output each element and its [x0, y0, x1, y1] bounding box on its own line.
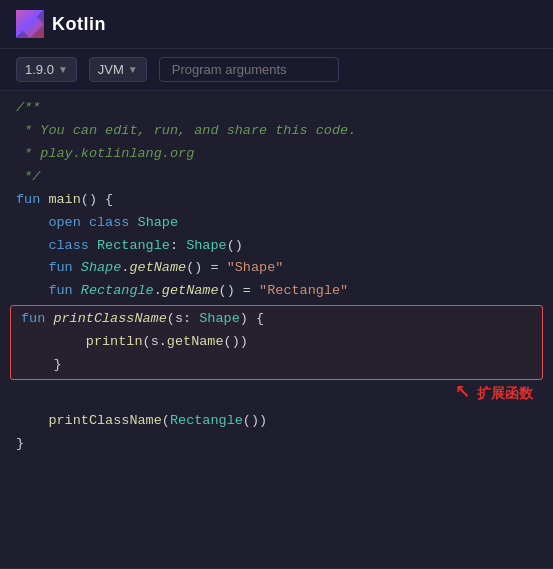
- code-block: /** * You can edit, run, and share this …: [0, 91, 553, 568]
- code-line: class Rectangle: Shape(): [0, 235, 553, 258]
- code-line: fun printClassName(s: Shape) {: [11, 308, 542, 331]
- code-line: open class Shape: [0, 212, 553, 235]
- version-dropdown-arrow-icon: ▼: [58, 64, 68, 75]
- code-editor: /** * You can edit, run, and share this …: [0, 91, 553, 568]
- target-dropdown[interactable]: JVM ▼: [89, 57, 147, 82]
- version-dropdown[interactable]: 1.9.0 ▼: [16, 57, 77, 82]
- app-header: Kotlin: [0, 0, 553, 49]
- code-line: * play.kotlinlang.org: [0, 143, 553, 166]
- code-line: printClassName(Rectangle()): [0, 410, 553, 433]
- highlight-region: fun printClassName(s: Shape) { println(s…: [10, 305, 543, 380]
- code-line: fun Shape.getName() = "Shape": [0, 257, 553, 280]
- toolbar: 1.9.0 ▼ JVM ▼: [0, 49, 553, 91]
- program-args-input[interactable]: [159, 57, 339, 82]
- code-line: */: [0, 166, 553, 189]
- target-dropdown-arrow-icon: ▼: [128, 64, 138, 75]
- code-line: fun Rectangle.getName() = "Rectangle": [0, 280, 553, 303]
- code-line: fun main() {: [0, 189, 553, 212]
- code-line: }: [11, 354, 542, 377]
- code-line: * You can edit, run, and share this code…: [0, 120, 553, 143]
- code-line: }: [0, 433, 553, 456]
- code-line: /**: [0, 97, 553, 120]
- app-title: Kotlin: [52, 14, 106, 35]
- kotlin-logo-icon: [16, 10, 44, 38]
- arrow-icon: ↙: [455, 378, 471, 410]
- code-line: println(s.getName()): [11, 331, 542, 354]
- annotation-row: ↙ 扩展函数: [0, 378, 553, 410]
- annotation-label: 扩展函数: [477, 385, 533, 403]
